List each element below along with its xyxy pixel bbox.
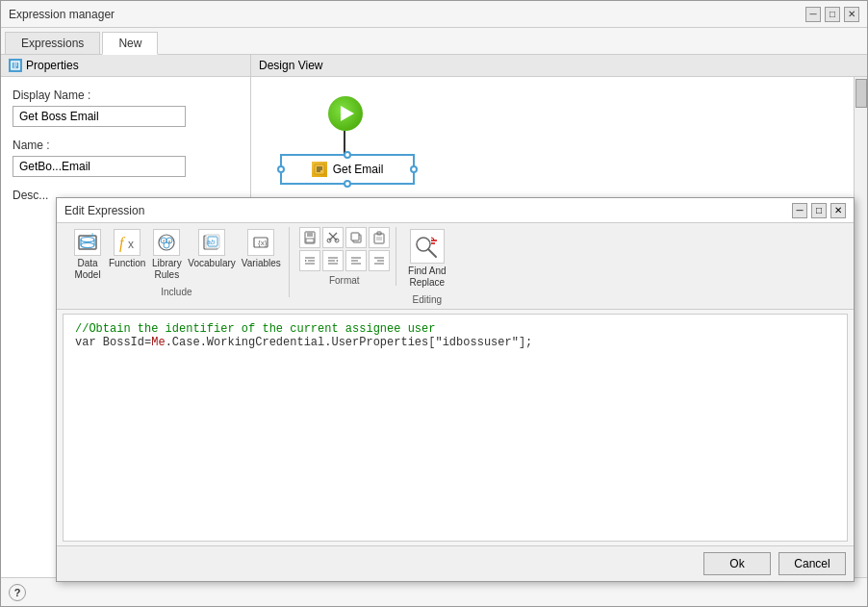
editing-group: Find AndReplace Editing <box>400 227 454 305</box>
design-view-label: Design View <box>259 59 322 72</box>
vocabulary-label: Vocabulary <box>188 258 235 269</box>
cut-button[interactable] <box>322 227 344 248</box>
svg-marker-44 <box>305 260 307 262</box>
data-model-label: DataModel <box>74 258 100 281</box>
svg-text:+: + <box>90 232 94 239</box>
code-editor[interactable]: //Obtain the identifier of the current a… <box>63 314 848 542</box>
node-bottom-connector <box>344 180 351 188</box>
variables-icon: {x} <box>247 229 274 256</box>
align-right-button[interactable] <box>369 250 390 271</box>
copy-button[interactable] <box>345 227 367 248</box>
maximize-button[interactable]: □ <box>825 7 840 22</box>
svg-text:x: x <box>168 239 171 244</box>
svg-point-34 <box>335 239 339 242</box>
data-model-icon: + <box>74 229 101 256</box>
properties-icon <box>9 59 22 72</box>
svg-marker-48 <box>336 260 338 262</box>
play-icon <box>341 106 354 121</box>
svg-line-56 <box>428 249 436 257</box>
name-label: Name : <box>13 139 239 152</box>
code-comment: //Obtain the identifier of the current a… <box>75 322 435 336</box>
function-label: Function <box>109 258 145 269</box>
data-model-button[interactable]: + DataModel <box>70 227 105 283</box>
play-button[interactable] <box>328 96 363 131</box>
svg-rect-29 <box>307 232 313 237</box>
svg-text:{x}: {x} <box>258 239 268 247</box>
title-bar-controls: ─ □ ✕ <box>805 7 859 22</box>
vocabulary-icon: ab <box>198 229 225 256</box>
node-top-connector <box>344 151 351 159</box>
dialog-title-bar: Edit Expression ─ □ ✕ <box>57 198 854 223</box>
node-left-connector <box>277 165 285 173</box>
find-replace-button[interactable]: Find AndReplace <box>406 227 448 291</box>
dialog-title: Edit Expression <box>64 204 144 217</box>
close-button[interactable]: ✕ <box>844 7 859 22</box>
include-group: + DataModel f x Function <box>64 227 290 297</box>
save-button[interactable] <box>299 227 320 248</box>
tab-new[interactable]: New <box>102 32 158 55</box>
variables-label: Variables <box>242 258 281 269</box>
library-rules-icon: f x <box>153 229 180 256</box>
indent-right-button[interactable] <box>322 250 344 271</box>
properties-panel-header: Properties <box>1 55 250 77</box>
editing-label: Editing <box>413 294 443 305</box>
function-button[interactable]: f x Function <box>107 227 147 271</box>
help-button[interactable]: ? <box>9 584 26 601</box>
name-input[interactable] <box>13 156 186 177</box>
display-name-input[interactable] <box>13 106 186 127</box>
cancel-button[interactable]: Cancel <box>779 552 846 575</box>
paste-button[interactable] <box>369 227 390 248</box>
include-label: Include <box>161 287 191 297</box>
find-replace-label: Find AndReplace <box>408 266 446 289</box>
format-label: Format <box>329 275 360 286</box>
get-email-node[interactable]: Get Email <box>280 154 415 185</box>
dialog-controls: ─ □ ✕ <box>792 203 846 218</box>
variables-button[interactable]: {x} Variables <box>240 227 283 271</box>
format-buttons <box>299 227 390 271</box>
code-me-keyword: Me <box>151 336 165 349</box>
indent-left-button[interactable] <box>299 250 320 271</box>
svg-point-33 <box>327 239 331 242</box>
library-rules-button[interactable]: f x LibraryRules <box>149 227 184 283</box>
node-right-connector <box>410 165 418 173</box>
function-icon: f x <box>114 229 140 256</box>
scrollbar[interactable] <box>854 77 867 577</box>
include-buttons: + DataModel f x Function <box>70 227 283 283</box>
svg-text:f: f <box>119 235 126 252</box>
dialog-maximize-button[interactable]: □ <box>811 203 827 218</box>
display-name-label: Display Name : <box>13 89 239 102</box>
format-group: Format <box>294 227 396 286</box>
align-left-button[interactable] <box>345 250 367 271</box>
title-bar: Expression manager ─ □ ✕ <box>1 1 867 28</box>
code-var-prefix: var BossId= <box>75 336 151 349</box>
svg-rect-38 <box>377 232 381 235</box>
code-var-rest: .Case.WorkingCredential.UserProperties["… <box>166 336 533 349</box>
find-replace-icon <box>410 229 445 264</box>
vocabulary-button[interactable]: ab Vocabulary <box>186 227 237 271</box>
svg-rect-30 <box>306 239 314 242</box>
node-label: Get Email <box>333 163 384 176</box>
design-view-header: Design View <box>251 55 867 77</box>
svg-text:ab: ab <box>207 238 216 246</box>
svg-rect-36 <box>351 233 359 240</box>
window-title: Expression manager <box>9 8 115 21</box>
properties-label: Properties <box>26 59 79 72</box>
code-line-1: //Obtain the identifier of the current a… <box>75 322 835 336</box>
ok-button[interactable]: Ok <box>703 552 771 575</box>
code-line-2: var BossId=Me.Case.WorkingCredential.Use… <box>75 336 835 349</box>
dialog-close-button[interactable]: ✕ <box>830 203 846 218</box>
minimize-button[interactable]: ─ <box>805 7 821 22</box>
dialog-minimize-button[interactable]: ─ <box>792 203 807 218</box>
dialog-footer: Ok Cancel <box>57 545 854 581</box>
tab-bar: Expressions New <box>1 28 867 55</box>
toolbar: + DataModel f x Function <box>57 223 854 310</box>
tab-expressions[interactable]: Expressions <box>5 32 100 54</box>
scroll-thumb[interactable] <box>855 79 867 108</box>
library-rules-label: LibraryRules <box>152 258 182 281</box>
svg-point-12 <box>81 243 94 248</box>
editing-buttons: Find AndReplace <box>406 227 448 291</box>
svg-text:x: x <box>128 238 134 251</box>
node-icon <box>312 162 327 177</box>
edit-expression-dialog[interactable]: Edit Expression ─ □ ✕ <box>56 197 855 582</box>
